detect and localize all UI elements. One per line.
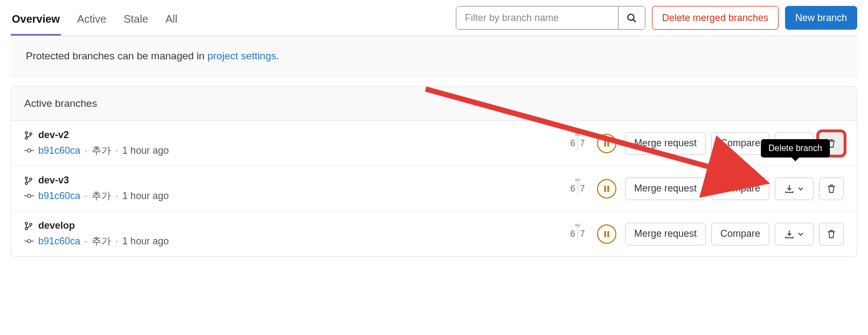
panel-title: Active branches — [11, 87, 857, 121]
pipeline-status-icon[interactable] — [597, 134, 616, 153]
download-dropdown-button[interactable] — [775, 177, 814, 200]
divergence-graph: 6 7 — [567, 229, 588, 239]
commits-behind: 6 — [568, 229, 578, 239]
tabs: Overview Active Stale All — [11, 5, 178, 36]
search-icon — [627, 13, 636, 23]
commit-message: 추가 — [92, 189, 111, 202]
merge-request-button[interactable]: Merge request — [625, 177, 706, 200]
trash-icon — [827, 184, 836, 194]
divergence-graph: 6 7 — [567, 184, 588, 194]
svg-point-5 — [27, 149, 31, 152]
compare-button[interactable]: Compare — [711, 177, 769, 200]
commit-icon — [24, 238, 34, 244]
svg-point-19 — [25, 228, 27, 230]
branch-name[interactable]: dev-v2 — [38, 129, 69, 141]
branch-search — [456, 6, 645, 30]
svg-point-13 — [27, 194, 31, 197]
svg-point-2 — [25, 132, 27, 134]
commit-time: 1 hour ago — [122, 145, 169, 156]
tab-overview[interactable]: Overview — [11, 5, 61, 36]
new-branch-button[interactable]: New branch — [785, 6, 857, 30]
pipeline-status-icon[interactable] — [597, 179, 616, 199]
svg-point-0 — [628, 14, 634, 20]
commit-icon — [24, 193, 34, 199]
commits-ahead: 7 — [578, 139, 587, 148]
tab-stale[interactable]: Stale — [122, 5, 149, 36]
info-text-suffix: . — [276, 50, 279, 61]
svg-point-4 — [30, 133, 32, 135]
branch-name[interactable]: develop — [38, 220, 75, 231]
search-button[interactable] — [618, 6, 645, 29]
download-icon — [784, 229, 794, 239]
commit-message: 추가 — [92, 144, 111, 157]
top-bar: Overview Active Stale All Delete merged … — [11, 5, 857, 36]
tab-all[interactable]: All — [164, 5, 178, 36]
delete-branch-button[interactable] — [819, 223, 844, 245]
svg-rect-8 — [604, 140, 606, 147]
delete-branch-button[interactable] — [819, 177, 844, 200]
merge-request-button[interactable]: Merge request — [625, 223, 706, 245]
branch-icon — [24, 131, 33, 140]
svg-line-1 — [634, 19, 636, 22]
svg-rect-25 — [607, 231, 609, 237]
svg-rect-17 — [607, 186, 609, 192]
commit-sha-link[interactable]: b91c60ca — [38, 190, 80, 202]
protected-branches-info: Protected branches can be managed in pro… — [11, 36, 857, 77]
commit-time: 1 hour ago — [122, 236, 169, 247]
svg-rect-16 — [604, 186, 606, 192]
branch-filter-input[interactable] — [456, 6, 618, 29]
commits-behind: 6 — [568, 139, 578, 148]
svg-point-20 — [30, 223, 32, 225]
commit-icon — [24, 147, 34, 154]
svg-point-3 — [25, 137, 27, 139]
svg-point-11 — [25, 182, 27, 184]
commit-sha-link[interactable]: b91c60ca — [38, 236, 80, 247]
commits-ahead: 7 — [578, 184, 587, 194]
download-dropdown-button[interactable] — [775, 223, 814, 245]
branch-name[interactable]: dev-v3 — [38, 175, 69, 186]
svg-rect-24 — [604, 231, 606, 237]
active-branches-panel: Active branches dev-v2 b91c60ca · 추가 — [11, 86, 857, 257]
svg-point-10 — [25, 177, 27, 179]
commit-time: 1 hour ago — [122, 190, 169, 202]
tab-active[interactable]: Active — [76, 5, 107, 36]
pipeline-status-icon[interactable] — [597, 224, 616, 244]
merge-request-button[interactable]: Merge request — [625, 132, 706, 155]
compare-button[interactable]: Compare — [711, 223, 769, 245]
trash-icon — [827, 229, 836, 239]
chevron-down-icon — [797, 231, 804, 237]
commits-behind: 6 — [568, 184, 578, 194]
commit-sha-link[interactable]: b91c60ca — [38, 145, 80, 156]
chevron-down-icon — [797, 186, 804, 192]
divergence-graph: 6 7 — [567, 139, 588, 148]
svg-rect-9 — [607, 140, 609, 147]
branch-icon — [24, 176, 33, 186]
delete-branch-tooltip: Delete branch — [761, 139, 830, 158]
commits-ahead: 7 — [578, 229, 587, 239]
commit-message: 추가 — [92, 235, 111, 248]
delete-merged-branches-button[interactable]: Delete merged branches — [652, 6, 779, 30]
info-text-prefix: Protected branches can be managed in — [26, 50, 207, 61]
svg-point-21 — [27, 240, 31, 243]
project-settings-link[interactable]: project settings — [207, 50, 276, 61]
branch-row: develop b91c60ca · 추가 · 1 hour ago 6 7 — [11, 211, 857, 256]
svg-point-18 — [25, 222, 27, 224]
branch-row: dev-v2 b91c60ca · 추가 · 1 hour ago 6 7 — [11, 121, 857, 166]
branch-icon — [24, 221, 33, 231]
svg-point-12 — [30, 178, 32, 180]
download-icon — [784, 184, 794, 194]
branch-row: dev-v3 b91c60ca · 추가 · 1 hour ago 6 7 — [11, 166, 857, 211]
